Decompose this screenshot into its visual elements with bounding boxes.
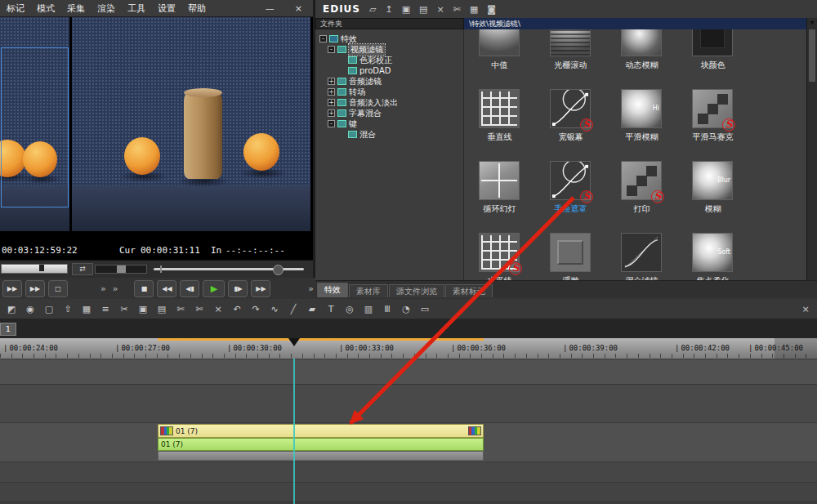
tree-item-transitions[interactable]: + 转场 <box>315 87 463 97</box>
record-icon[interactable]: ◉ <box>25 304 36 314</box>
effect-item-hand-drawn-mask[interactable]: S 手绘遮罩 <box>535 149 606 221</box>
effect-thumbnail[interactable] <box>621 29 662 56</box>
clip-mixer-bar[interactable] <box>158 451 484 461</box>
collapse-icon[interactable]: - <box>328 120 335 127</box>
title-icon[interactable]: T <box>325 304 337 314</box>
effect-item[interactable]: 光栅滚动 <box>535 29 606 78</box>
sequence-tab-1[interactable]: 1 <box>0 323 16 336</box>
slope-icon[interactable]: ╱ <box>288 304 299 314</box>
expand-icon[interactable]: + <box>328 99 335 106</box>
undo-icon[interactable]: ↶ <box>231 304 243 314</box>
effect-thumbnail[interactable]: S <box>479 233 520 272</box>
effect-thumbnail[interactable]: S <box>692 89 733 128</box>
effect-item[interactable]: S 打印 <box>606 149 677 221</box>
mixer-icon[interactable]: Ⅲ <box>382 304 393 314</box>
effect-thumbnail[interactable] <box>550 233 591 272</box>
scrollbar-thumb[interactable] <box>809 29 815 82</box>
tree-item-video-filters[interactable]: - 视频滤镜 <box>315 44 463 55</box>
tree-item-title-mixer[interactable]: + 字幕混合 <box>315 108 463 118</box>
position-slider-knob[interactable] <box>273 265 283 275</box>
effect-thumbnail[interactable]: Hi <box>621 89 662 128</box>
effect-item[interactable]: 块颜色 <box>677 29 748 78</box>
ripple-cut-icon[interactable]: ✄ <box>175 304 186 314</box>
effect-thumbnail[interactable] <box>479 161 520 200</box>
menu-help[interactable]: 帮助 <box>188 2 206 15</box>
tree-item-audio-cross-fade[interactable]: + 音频淡入淡出 <box>315 97 463 108</box>
chevron-menu-icon[interactable]: » <box>111 283 120 294</box>
menu-capture[interactable]: 采集 <box>67 2 85 15</box>
effect-item[interactable]: S 平滑马赛克 <box>677 78 748 149</box>
effect-thumbnail[interactable]: S <box>621 161 662 200</box>
scrollbar[interactable]: ▾ <box>806 18 817 281</box>
redo-icon[interactable]: ↷ <box>250 304 261 314</box>
tree-item-prodad[interactable]: proDAD <box>315 65 463 76</box>
clock-icon[interactable]: ◔ <box>400 304 412 314</box>
effect-thumbnail[interactable] <box>550 29 591 56</box>
audio-clip[interactable]: 01 (7) <box>158 438 484 451</box>
list-icon[interactable]: ≡ <box>100 304 111 314</box>
position-slider[interactable] <box>154 268 304 270</box>
effect-item[interactable]: Soft 焦点柔化 <box>677 221 748 281</box>
tab-effects[interactable]: 特效 <box>317 283 348 297</box>
cut-icon[interactable]: ✂ <box>118 304 130 314</box>
effect-thumbnail[interactable]: Blur <box>692 161 733 200</box>
window-layout-icon[interactable]: ▣ <box>402 4 410 15</box>
folder-icon[interactable]: ▱ <box>369 4 376 15</box>
collapse-icon[interactable]: - <box>328 46 335 53</box>
effect-thumbnail[interactable]: S <box>550 89 591 128</box>
effect-item[interactable]: S 水平线 <box>464 221 535 281</box>
delete-icon[interactable]: × <box>212 304 224 314</box>
effect-thumbnail[interactable]: Soft <box>692 233 733 272</box>
grid-view-icon[interactable]: ▦ <box>470 4 478 15</box>
expand-icon[interactable]: + <box>328 88 335 96</box>
tab-bin[interactable]: 素材库 <box>349 284 388 297</box>
track-row[interactable] <box>0 482 817 502</box>
effect-thumbnail[interactable] <box>692 29 733 56</box>
lock-icon[interactable]: ◙ <box>487 4 496 15</box>
extend-menu-icon[interactable]: ▭ <box>419 304 431 314</box>
rewind-button[interactable]: ◀◀ <box>157 280 176 297</box>
monitor-button[interactable]: □ <box>48 280 68 297</box>
timeline-close-icon[interactable]: × <box>800 304 811 314</box>
shuttle-slider[interactable] <box>95 265 147 274</box>
previous-frame-button[interactable]: ◀▮ <box>180 280 199 297</box>
snip-tool-icon[interactable]: ✄ <box>453 4 461 15</box>
effect-thumbnail[interactable] <box>479 29 520 56</box>
menu-settings[interactable]: 设置 <box>158 2 176 15</box>
tab-clip-marker[interactable]: 素材标记 <box>445 284 493 297</box>
paste-icon[interactable]: ▤ <box>156 304 167 314</box>
effect-item[interactable]: 动态模糊 <box>606 29 677 78</box>
minimize-button[interactable]: — <box>261 3 279 14</box>
tree-item-color-correction[interactable]: 色彩校正 <box>315 55 463 65</box>
expand-icon[interactable]: + <box>328 109 335 117</box>
menu-mode[interactable]: 模式 <box>37 2 55 15</box>
close-view-icon[interactable]: × <box>437 4 444 15</box>
effect-item[interactable]: Blur 模糊 <box>677 149 748 221</box>
tab-source-browser[interactable]: 源文件浏览 <box>389 284 444 297</box>
scroll-arrow-icon[interactable]: ▾ <box>807 18 817 28</box>
effect-item[interactable]: 循环幻灯 <box>464 149 535 221</box>
wave-icon[interactable]: ∿ <box>269 304 280 314</box>
menu-tools[interactable]: 工具 <box>127 2 145 15</box>
effect-item[interactable]: 混合滤镜 <box>606 221 677 281</box>
chevron-more-icon[interactable]: » <box>306 283 315 294</box>
timeline-menu-icon[interactable]: ◩ <box>6 304 17 314</box>
track-row[interactable] <box>0 462 817 483</box>
effect-thumbnail[interactable] <box>621 233 662 272</box>
new-clip-icon[interactable]: ▢ <box>43 304 55 314</box>
menu-render[interactable]: 渲染 <box>97 2 115 15</box>
effect-thumbnail[interactable]: S <box>550 161 591 200</box>
expand-icon[interactable]: + <box>328 78 335 85</box>
up-folder-icon[interactable]: ↥ <box>385 4 392 15</box>
play-button[interactable]: ▶ <box>203 280 225 297</box>
effect-item[interactable]: S 宽银幕 <box>535 78 606 149</box>
export-icon[interactable]: ⇧ <box>62 304 74 314</box>
tree-item-audio-filters[interactable]: + 音频滤镜 <box>315 76 463 87</box>
effect-item[interactable]: 中值 <box>464 29 535 78</box>
track-row[interactable] <box>0 384 817 423</box>
voiceover-icon[interactable]: ◎ <box>344 304 355 314</box>
playhead-handle[interactable] <box>288 338 300 346</box>
stop-button[interactable]: ■ <box>134 280 154 297</box>
dual-view-icon[interactable]: ▤ <box>419 4 427 15</box>
effect-item[interactable]: 垂直线 <box>464 78 535 149</box>
